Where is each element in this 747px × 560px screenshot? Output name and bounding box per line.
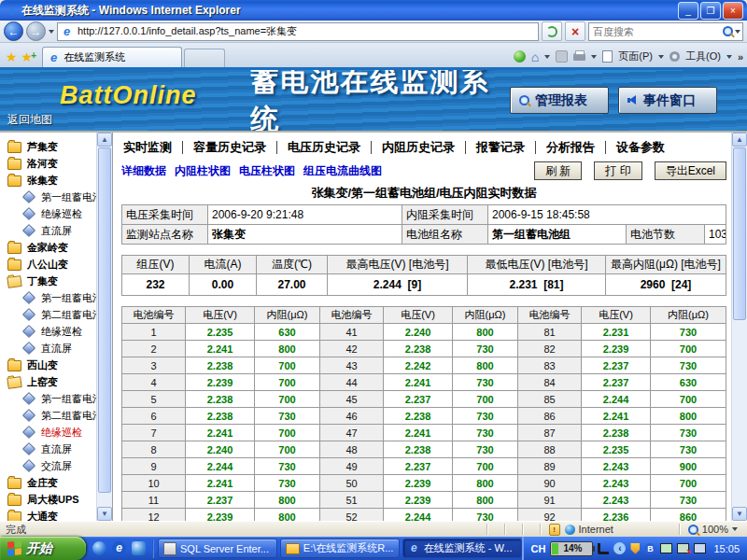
print-button[interactable]: 打 印 [594, 161, 641, 180]
resistance-cell: 700 [255, 374, 320, 391]
search-icon[interactable] [723, 26, 733, 36]
tree-folder-item[interactable]: 八公山变 [0, 256, 112, 273]
home-dropdown-icon[interactable] [544, 55, 550, 59]
main-tab[interactable]: 实时监测 [121, 141, 182, 154]
computer-icon[interactable] [694, 543, 706, 553]
tree-folder-item[interactable]: 洛河变 [0, 155, 112, 172]
scrollbar-thumb[interactable] [733, 147, 746, 320]
network-activity-icon[interactable] [660, 543, 672, 553]
close-button[interactable]: × [723, 2, 743, 20]
tree-folder-item[interactable]: 西山变 [0, 357, 112, 373]
tree-folder-item[interactable]: 大通变 [0, 508, 112, 521]
tree-folder-item[interactable]: 张集变 [0, 172, 112, 189]
tree-leaf-item[interactable]: 第二组蓄电池组 [0, 407, 112, 424]
event-window-button[interactable]: 事件窗口 [618, 87, 717, 114]
network-disconnected-icon[interactable] [677, 543, 689, 553]
tree-leaf-item[interactable]: 第一组蓄电池组 [0, 390, 112, 407]
search-input[interactable] [591, 25, 721, 38]
tree-leaf-item[interactable]: 直流屏 [0, 340, 112, 357]
group-value: 第一组蓄电池组 [488, 225, 627, 245]
history-dropdown-icon[interactable] [49, 30, 54, 34]
security-shield-icon[interactable] [630, 543, 640, 554]
main-tab[interactable]: 内阻历史记录 [371, 141, 465, 154]
tree-folder-item[interactable]: 金庄变 [0, 474, 112, 491]
tree-folder-item[interactable]: 金家岭变 [0, 239, 112, 256]
scrollbar-thumb[interactable] [98, 147, 111, 493]
back-to-map-link[interactable]: 返回地图 [7, 112, 52, 128]
main-tab[interactable]: 报警记录 [465, 141, 535, 154]
search-options-dropdown-icon[interactable] [735, 30, 740, 34]
home-icon[interactable]: ⌂ [531, 50, 539, 63]
power-plug-icon[interactable] [598, 543, 609, 554]
stop-button[interactable]: × [565, 21, 585, 41]
tree-leaf-item[interactable]: 交流屏 [0, 457, 112, 474]
resistance-cell: 800 [651, 408, 726, 425]
media-player-icon[interactable] [92, 541, 106, 555]
view-link[interactable]: 组压电流曲线图 [303, 163, 382, 179]
tray-collapse-chevron[interactable]: ‹ [613, 542, 626, 554]
internet-zone-label: Internet [579, 524, 613, 535]
tree-leaf-item[interactable]: 绝缘巡检 [0, 424, 112, 441]
report-button[interactable]: 管理报表 [510, 87, 609, 114]
zoom-dropdown-icon[interactable] [732, 527, 738, 531]
go-orb-icon[interactable] [514, 50, 526, 63]
show-desktop-icon[interactable] [132, 541, 146, 555]
main-tab[interactable]: 设备参数 [605, 141, 675, 154]
tools-dropdown-icon[interactable] [726, 55, 732, 59]
minimize-button[interactable]: _ [678, 2, 698, 20]
favorites-icon[interactable]: ★ [6, 47, 18, 67]
resistance-cell: 700 [255, 357, 320, 374]
tree-leaf-item[interactable]: 直流屏 [0, 222, 112, 239]
bluetooth-icon[interactable]: B [644, 543, 655, 554]
tree-leaf-item[interactable]: 第一组蓄电池组 [0, 189, 112, 205]
internet-explorer-launch-icon[interactable]: e [112, 541, 126, 555]
forward-button[interactable]: → [26, 21, 46, 41]
print-icon[interactable] [573, 53, 585, 61]
tree-leaf-item[interactable]: 绝缘巡检 [0, 205, 112, 222]
maximize-button[interactable]: ❐ [700, 2, 721, 20]
browser-tab[interactable]: e 在线监测系统 [42, 47, 182, 67]
refresh-button[interactable] [542, 21, 562, 41]
language-indicator[interactable]: CH [531, 543, 546, 554]
add-favorite-icon[interactable]: ★ [21, 47, 34, 67]
back-button[interactable]: ← [4, 21, 23, 41]
taskbar-task[interactable]: e在线监测系统 - W... [402, 539, 522, 558]
new-tab-stub[interactable] [184, 49, 225, 67]
battery-meter[interactable]: 14% [550, 541, 593, 556]
page-menu-label[interactable]: 页面(P) [618, 49, 653, 63]
tree-leaf-item[interactable]: 直流屏 [0, 441, 112, 457]
view-link[interactable]: 电压柱状图 [239, 163, 295, 179]
tree-folder-item[interactable]: 上窑变 [0, 373, 112, 390]
toolbar-overflow-chevron[interactable]: » [738, 51, 743, 63]
main-tab[interactable]: 容量历史记录 [182, 141, 276, 154]
main-tab[interactable]: 电压历史记录 [276, 141, 371, 154]
taskbar-task[interactable]: E:\在线监测系统R... [280, 539, 400, 558]
scroll-up-icon[interactable]: ▲ [97, 133, 112, 147]
scroll-down-icon[interactable]: ▼ [97, 507, 112, 521]
print-dropdown-icon[interactable] [591, 55, 597, 59]
tree-leaf-item[interactable]: 第一组蓄电池组 [0, 289, 112, 306]
url-input[interactable] [76, 25, 535, 38]
view-link[interactable]: 内阻柱状图 [175, 163, 231, 179]
tree-folder-item[interactable]: 局大楼UPS [0, 491, 112, 508]
export-excel-button[interactable]: 导出Excel [655, 161, 726, 180]
scroll-down-icon[interactable]: ▼ [732, 507, 747, 521]
tree-leaf-item[interactable]: 第二组蓄电池组 [0, 306, 112, 323]
taskbar-task[interactable]: SQL Server Enter... [158, 539, 277, 558]
content-scrollbar[interactable]: ▲ ▼ [731, 133, 747, 521]
page-menu-icon[interactable] [602, 50, 613, 63]
rss-icon[interactable] [556, 50, 568, 63]
page-dropdown-icon[interactable] [658, 55, 664, 59]
start-button[interactable]: 开始 [0, 537, 86, 560]
tree-folder-item[interactable]: 丁集变 [0, 273, 112, 289]
tree-folder-item[interactable]: 芦集变 [0, 138, 112, 155]
zoom-control[interactable]: 100% [688, 524, 747, 535]
scroll-up-icon[interactable]: ▲ [732, 133, 747, 147]
tree-leaf-item[interactable]: 绝缘巡检 [0, 323, 112, 340]
refresh-data-button[interactable]: 刷 新 [534, 161, 582, 180]
main-tab[interactable]: 分析报告 [535, 141, 605, 154]
tools-menu-label[interactable]: 工具(O) [685, 49, 721, 63]
tools-gear-icon[interactable] [669, 51, 680, 62]
view-link[interactable]: 详细数据 [121, 163, 166, 179]
sidebar-scrollbar[interactable]: ▲ ▼ [96, 133, 112, 521]
